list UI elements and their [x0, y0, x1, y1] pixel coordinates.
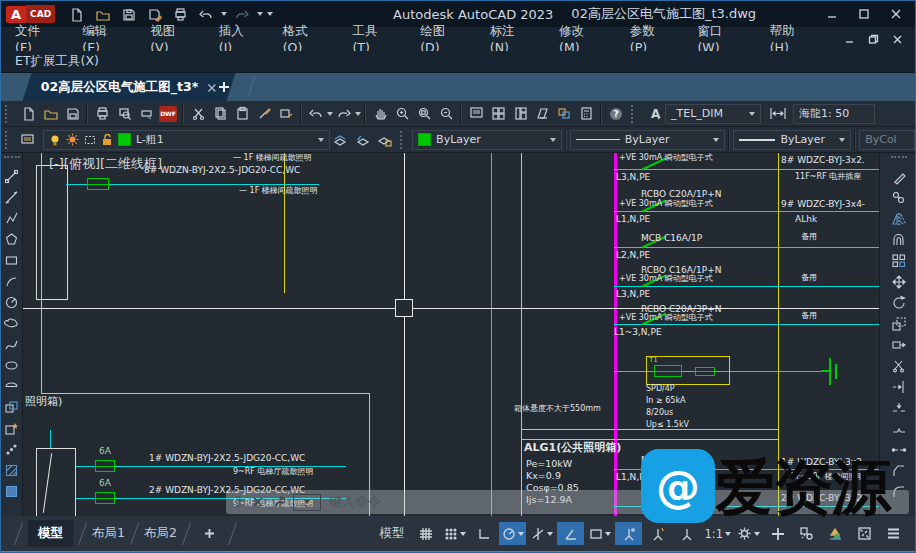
toolbar-grip[interactable] [400, 131, 409, 149]
redo-icon[interactable] [333, 103, 355, 125]
toolbar-grip[interactable] [891, 156, 907, 164]
layout2-tab[interactable]: 布局2 [144, 525, 177, 542]
command-recent-icon[interactable] [293, 494, 321, 511]
polar-tracking-icon[interactable] [499, 522, 526, 545]
ellipse-arc-icon[interactable] [2, 376, 22, 397]
lineweight-combo[interactable]: ByLayer [733, 130, 851, 150]
new-icon[interactable] [65, 3, 87, 25]
paste-icon[interactable] [231, 103, 253, 125]
linetype-combo-caret-icon[interactable] [713, 138, 719, 142]
command-customize-wrench-icon[interactable] [272, 496, 285, 509]
new-tab-icon[interactable] [213, 76, 235, 98]
file-tab-active[interactable]: 02高层公区电气施工图_t3* [22, 73, 235, 101]
layer-viewport-icon[interactable] [84, 134, 96, 146]
erase-icon[interactable] [889, 166, 909, 187]
ellipse-icon[interactable] [2, 355, 22, 376]
object-snap-tracking-icon[interactable] [528, 522, 555, 545]
maximize-icon[interactable] [851, 4, 877, 24]
qat-customize-icon[interactable] [267, 12, 273, 16]
new-layout-icon[interactable] [196, 522, 223, 545]
autocad-logo-icon[interactable]: A CAD [6, 4, 55, 24]
arc-icon[interactable] [2, 271, 22, 292]
annotation-visibility-icon[interactable] [615, 522, 642, 545]
model-tab[interactable]: 模型 [28, 520, 73, 547]
scale-icon[interactable] [889, 313, 909, 334]
revision-cloud-icon[interactable] [2, 313, 22, 334]
pan-icon[interactable] [369, 103, 391, 125]
insert-block-icon[interactable] [2, 397, 22, 418]
plot-icon[interactable] [91, 103, 113, 125]
tool-palettes-icon[interactable] [509, 103, 531, 125]
extend-icon[interactable] [889, 376, 909, 397]
redo-icon[interactable] [231, 3, 253, 25]
save-icon[interactable] [117, 3, 139, 25]
layer-previous-icon[interactable] [352, 129, 374, 151]
undo-icon[interactable] [305, 103, 327, 125]
polyline-icon[interactable] [2, 208, 22, 229]
toolbar-grip[interactable] [5, 131, 14, 149]
polygon-icon[interactable] [2, 229, 22, 250]
toolbar-grip[interactable] [5, 105, 14, 123]
ortho-mode-icon[interactable] [470, 522, 497, 545]
layer-properties-icon[interactable] [17, 129, 39, 151]
undo-dropdown-icon[interactable] [221, 12, 227, 16]
plot-style-combo[interactable]: ByCol [859, 130, 915, 150]
snap-mode-icon[interactable] [441, 522, 468, 545]
quick-calc-icon[interactable] [575, 103, 597, 125]
array-icon[interactable] [889, 250, 909, 271]
open-icon[interactable] [39, 103, 61, 125]
design-center-icon[interactable] [487, 103, 509, 125]
make-block-icon[interactable] [2, 418, 22, 439]
line-icon[interactable] [2, 166, 22, 187]
construction-line-icon[interactable] [2, 187, 22, 208]
dim-style-combo[interactable]: _TEL_DIM [665, 104, 761, 124]
copy-clip-icon[interactable] [209, 103, 231, 125]
text-style-icon[interactable]: A [643, 103, 665, 125]
new-icon[interactable] [17, 103, 39, 125]
break-icon[interactable] [889, 418, 909, 439]
redo-dropdown-icon[interactable] [257, 12, 263, 16]
layer-states-icon[interactable] [374, 129, 396, 151]
block-editor-icon[interactable] [275, 103, 297, 125]
publish-icon[interactable] [135, 103, 157, 125]
gradient-icon[interactable] [2, 481, 22, 502]
model-space-toggle[interactable]: 模型 [379, 525, 404, 542]
minimize-icon[interactable] [819, 4, 845, 24]
save-icon[interactable] [61, 103, 83, 125]
viewport-controls[interactable]: [-][俯视][二维线框] [49, 157, 162, 170]
toolbar-grip[interactable] [4, 156, 20, 164]
zoom-realtime-icon[interactable] [391, 103, 413, 125]
layer-on-bulb-icon[interactable] [49, 134, 61, 146]
grid-display-icon[interactable] [412, 522, 439, 545]
spline-icon[interactable] [2, 334, 22, 355]
doc-restore-icon[interactable] [863, 31, 883, 47]
zoom-window-icon[interactable] [413, 103, 435, 125]
sheet-set-manager-icon[interactable] [531, 103, 553, 125]
object-snap-icon[interactable] [557, 522, 584, 545]
layer-lock-icon[interactable] [101, 133, 113, 146]
close-icon[interactable] [883, 4, 909, 24]
color-combo-caret-icon[interactable] [550, 138, 556, 142]
print-icon[interactable] [169, 3, 191, 25]
layer-freeze-sun-icon[interactable] [66, 133, 79, 146]
properties-palette-icon[interactable] [465, 103, 487, 125]
dimension-icon[interactable] [767, 103, 789, 125]
open-icon[interactable] [91, 3, 113, 25]
break-at-point-icon[interactable] [889, 397, 909, 418]
color-combo[interactable]: ByLayer [412, 130, 562, 150]
plot-preview-icon[interactable] [113, 103, 135, 125]
copy-icon[interactable] [889, 187, 909, 208]
toolbar-grip[interactable] [631, 105, 640, 123]
dynamic-input-icon[interactable] [586, 522, 613, 545]
doc-minimize-icon[interactable] [839, 31, 859, 47]
doc-close-icon[interactable] [887, 31, 907, 47]
circle-icon[interactable] [2, 292, 22, 313]
trim-icon[interactable] [889, 355, 909, 376]
move-icon[interactable] [889, 271, 909, 292]
hatch-icon[interactable] [2, 460, 22, 481]
save-as-icon[interactable] [143, 3, 165, 25]
dwf-icon[interactable]: DWF [157, 103, 179, 125]
chamfer-icon[interactable] [889, 460, 909, 481]
make-object-layer-icon[interactable] [330, 129, 352, 151]
help-icon[interactable]: ? [605, 103, 627, 125]
